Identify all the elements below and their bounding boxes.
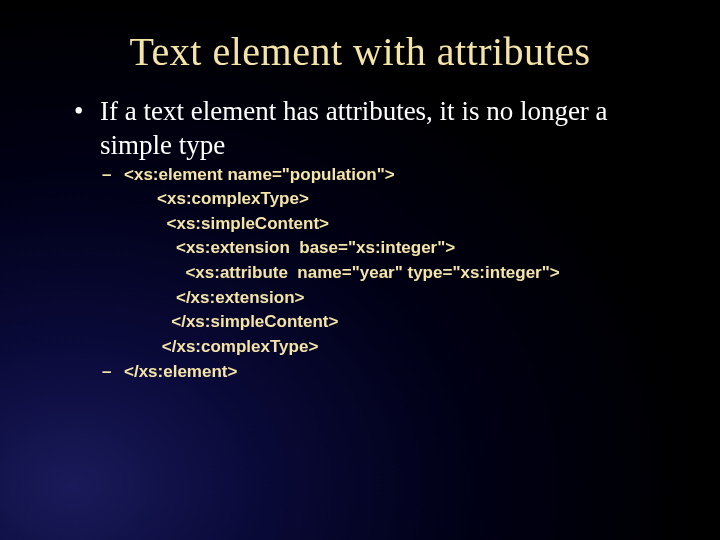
bullet-list-level1: If a text element has attributes, it is …	[70, 95, 680, 384]
code-line: <xs:complexType>	[100, 187, 680, 212]
slide: Text element with attributes If a text e…	[0, 0, 720, 540]
slide-body: If a text element has attributes, it is …	[0, 95, 720, 384]
code-line: </xs:simpleContent>	[100, 310, 680, 335]
code-line: <xs:attribute name="year" type="xs:integ…	[100, 261, 680, 286]
slide-title: Text element with attributes	[0, 0, 720, 95]
code-line: </xs:extension>	[100, 286, 680, 311]
code-line: <xs:extension base="xs:integer">	[100, 236, 680, 261]
bullet-text: If a text element has attributes, it is …	[100, 96, 608, 160]
code-line: <xs:element name="population">	[100, 163, 680, 188]
bullet-list-level2: </xs:element>	[100, 360, 680, 385]
code-line: </xs:element>	[100, 360, 680, 385]
bullet-item: If a text element has attributes, it is …	[70, 95, 680, 384]
code-line: </xs:complexType>	[100, 335, 680, 360]
code-line: <xs:simpleContent>	[100, 212, 680, 237]
bullet-list-level2: <xs:element name="population">	[100, 163, 680, 188]
